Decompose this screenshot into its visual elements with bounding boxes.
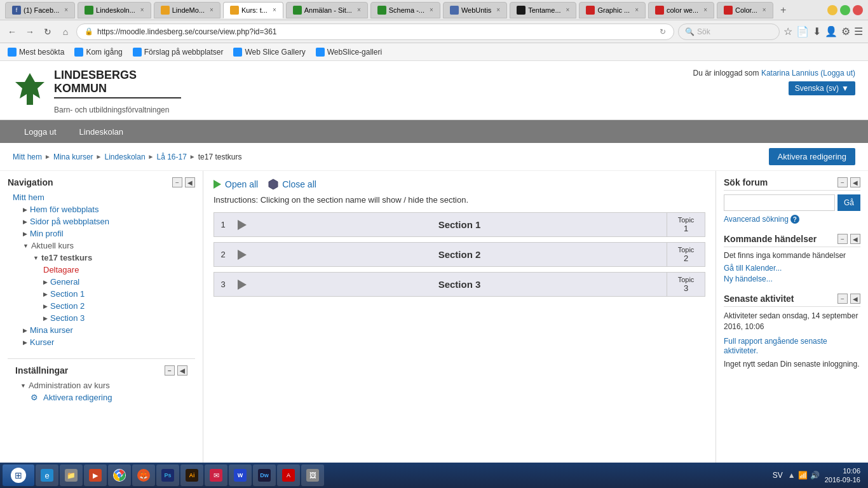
- taskbar-app-explorer[interactable]: 📁: [60, 464, 83, 486]
- home-button[interactable]: ⌂: [58, 25, 72, 39]
- settings-icon[interactable]: ⚙: [841, 25, 850, 37]
- taskbar-app-ai[interactable]: Ai: [180, 464, 203, 486]
- section-play-btn-3[interactable]: [232, 280, 252, 290]
- browser-tab-lindemo[interactable]: LindeMo... ×: [154, 2, 220, 18]
- taskbar-app-media[interactable]: ▶: [84, 464, 107, 486]
- ga-till-kalender-link[interactable]: Gå till Kalender...: [724, 264, 860, 273]
- back-button[interactable]: ←: [5, 25, 19, 39]
- tab-close-kurs[interactable]: ×: [273, 6, 276, 13]
- minimize-button[interactable]: [827, 5, 837, 15]
- nav-item-section2[interactable]: ▶ Section 2: [43, 300, 195, 312]
- tab-close-tentame[interactable]: ×: [566, 6, 570, 13]
- settings-dock-btn[interactable]: ◀: [177, 365, 187, 376]
- open-all-button[interactable]: Open all: [214, 179, 258, 189]
- tab-close-color[interactable]: ×: [763, 6, 766, 13]
- navigation-collapse-btn[interactable]: −: [172, 177, 182, 187]
- kommande-dock-btn[interactable]: ◀: [850, 234, 860, 244]
- section-title-3[interactable]: Section 3: [252, 273, 667, 296]
- full-rapport-link[interactable]: Full rapport angående senaste aktivitete…: [724, 337, 827, 355]
- nav-item-section3[interactable]: ▶ Section 3: [43, 312, 195, 324]
- tab-close-colorwe[interactable]: ×: [703, 6, 707, 13]
- tab-close-graphic[interactable]: ×: [635, 6, 639, 13]
- star-icon[interactable]: ☆: [783, 25, 792, 37]
- taskbar-network-icon[interactable]: 📶: [798, 471, 808, 480]
- section-row-2[interactable]: 2 Section 2 Topic 2: [214, 242, 705, 267]
- nav-item-deltagare[interactable]: Deltagare: [43, 264, 195, 276]
- browser-tab-schema[interactable]: Schema -... ×: [370, 2, 440, 18]
- start-button[interactable]: ⊞: [3, 464, 34, 486]
- forward-button[interactable]: →: [23, 25, 37, 39]
- taskbar-app-mail[interactable]: ✉: [205, 464, 227, 486]
- browser-tab-anmalan[interactable]: Anmälan - Sit... ×: [286, 2, 368, 18]
- breadcrumb-mitt-hem[interactable]: Mitt hem: [13, 152, 42, 161]
- browser-tab-tentame[interactable]: Tentame... ×: [510, 2, 576, 18]
- address-bar[interactable]: 🔒 https://moodle.lindesberg.se/course/vi…: [76, 24, 674, 40]
- navigation-dock-btn[interactable]: ◀: [185, 177, 195, 187]
- senaste-collapse-btn[interactable]: −: [837, 294, 848, 304]
- section-row-1[interactable]: 1 Section 1 Topic 1: [214, 212, 705, 237]
- tab-close-lindemo[interactable]: ×: [210, 6, 214, 13]
- tab-close-facebook[interactable]: ×: [64, 6, 68, 13]
- reader-icon[interactable]: 📄: [796, 25, 809, 37]
- taskbar-volume-icon[interactable]: 🔊: [810, 471, 820, 480]
- taskbar-app-ie[interactable]: e: [36, 464, 58, 486]
- person-icon[interactable]: 👤: [825, 25, 837, 37]
- forum-collapse-btn[interactable]: −: [837, 177, 848, 187]
- kommande-collapse-btn[interactable]: −: [837, 234, 848, 244]
- section-title-1[interactable]: Section 1: [252, 213, 667, 236]
- nav-item-sidor[interactable]: ▶ Sidor på webbplatsen: [23, 215, 195, 227]
- tab-close-lindeskoln[interactable]: ×: [140, 6, 144, 13]
- tab-close-webuntis[interactable]: ×: [496, 6, 500, 13]
- nav-item-section1[interactable]: ▶ Section 1: [43, 288, 195, 300]
- bookmark-kom-igang[interactable]: Kom igång: [72, 46, 125, 58]
- tab-close-schema[interactable]: ×: [430, 6, 433, 13]
- browser-tab-colorwe[interactable]: color we... ×: [648, 2, 714, 18]
- nav-item-aktivera-redigering[interactable]: ⚙ Aktivera redigering: [31, 391, 187, 403]
- taskbar-app-firefox[interactable]: 🦊: [132, 464, 155, 486]
- reload-button[interactable]: ↻: [41, 25, 55, 39]
- forum-go-button[interactable]: Gå: [837, 194, 860, 211]
- nav-item-mitt-hem[interactable]: Mitt hem: [13, 191, 195, 203]
- nav-item-hem-webbplats[interactable]: ▶ Hem för webbplats: [23, 203, 195, 215]
- close-all-button[interactable]: Close all: [268, 179, 316, 190]
- language-button[interactable]: Svenska (sv) ▼: [789, 81, 855, 95]
- avancerad-link[interactable]: Avancerad sökning ?: [724, 215, 860, 224]
- bookmark-forslag[interactable]: Förslag på webbplatser: [130, 46, 226, 58]
- ny-handelse-link[interactable]: Ny händelse...: [724, 274, 860, 283]
- browser-tab-webuntis[interactable]: WebUntis ×: [443, 2, 507, 18]
- taskbar-arrow-up-icon[interactable]: ▲: [788, 471, 796, 480]
- nav-item-kurser[interactable]: ▶ Kurser: [23, 336, 195, 348]
- nav-item-te17-testkurs[interactable]: ▼ te17 testkurs: [33, 252, 195, 264]
- taskbar-app-word[interactable]: W: [229, 464, 252, 486]
- nav-logga-ut[interactable]: Logga ut: [13, 120, 68, 143]
- taskbar-clock[interactable]: 10:06 2016-09-16: [825, 466, 860, 485]
- browser-tab-color[interactable]: Color... ×: [717, 2, 773, 18]
- nav-item-min-profil[interactable]: ▶ Min profil: [23, 227, 195, 240]
- taskbar-app-pictures[interactable]: 🖼: [301, 464, 324, 486]
- bookmark-webslice-galleri[interactable]: WebSlice-galleri: [313, 46, 384, 58]
- tab-close-anmalan[interactable]: ×: [357, 6, 361, 13]
- close-button[interactable]: [853, 5, 863, 15]
- breadcrumb-lindeskolan[interactable]: Lindeskolan: [105, 152, 146, 161]
- section-row-3[interactable]: 3 Section 3 Topic 3: [214, 272, 705, 297]
- bookmark-web-slice[interactable]: Web Slice Gallery: [231, 46, 308, 58]
- taskbar-app-chrome[interactable]: [108, 464, 131, 486]
- menu-icon[interactable]: ☰: [854, 25, 863, 37]
- search-bar[interactable]: 🔍 Sök: [678, 24, 780, 40]
- section-play-btn-2[interactable]: [232, 250, 252, 260]
- maximize-button[interactable]: [840, 5, 850, 15]
- login-user-link[interactable]: Katarina Lannius (Logga ut): [761, 69, 855, 78]
- taskbar-app-dw[interactable]: Dw: [253, 464, 276, 486]
- bookmark-most-visited[interactable]: Mest besökta: [5, 46, 67, 58]
- settings-collapse-btn[interactable]: −: [165, 365, 175, 376]
- section-title-2[interactable]: Section 2: [252, 243, 667, 266]
- senaste-dock-btn[interactable]: ◀: [850, 294, 860, 304]
- taskbar-app-ps[interactable]: Ps: [156, 464, 179, 486]
- browser-tab-lindeskoln[interactable]: Lindeskoln... ×: [78, 2, 151, 18]
- forum-dock-btn[interactable]: ◀: [850, 177, 860, 187]
- new-tab-button[interactable]: +: [776, 3, 791, 18]
- nav-item-mina-kurser[interactable]: ▶ Mina kurser: [23, 324, 195, 336]
- browser-tab-graphic[interactable]: Graphic ... ×: [579, 2, 646, 18]
- download-icon[interactable]: ⬇: [813, 25, 821, 37]
- nav-lindeskolan[interactable]: Lindeskolan: [68, 120, 135, 143]
